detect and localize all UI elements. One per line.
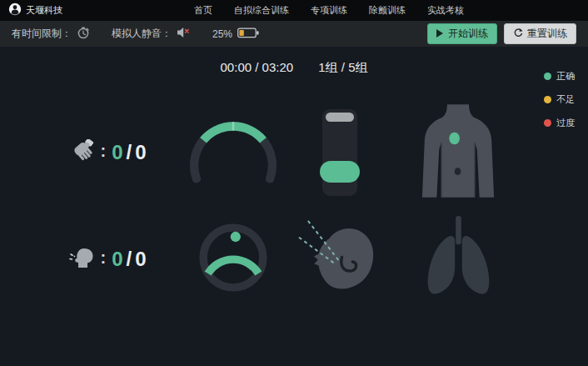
legend-item-correct: 正确 xyxy=(544,70,575,83)
battery-status: 25% xyxy=(212,27,259,42)
reset-training-button[interactable]: 重置训练 xyxy=(504,23,576,44)
brand-logo[interactable]: 天堰科技 xyxy=(8,3,62,19)
play-icon xyxy=(436,28,444,40)
nav-item-exam[interactable]: 实战考核 xyxy=(427,4,464,17)
session-timer: 00:00 / 03:20 xyxy=(221,60,294,74)
ventilation-current: 0 xyxy=(112,248,123,271)
depth-indicator-cap xyxy=(326,113,354,122)
time-limit-status: 有时间限制： xyxy=(12,26,90,43)
correct-label: 正确 xyxy=(556,70,575,83)
lungs-icon xyxy=(420,216,496,303)
insufficient-dot xyxy=(544,96,551,103)
compression-total: 0 xyxy=(135,141,147,164)
insufficient-label: 不足 xyxy=(556,93,575,106)
speaker-muted-icon[interactable] xyxy=(177,27,191,42)
ventilation-volume-ring-gauge xyxy=(190,216,277,303)
time-limit-label: 有时间限制： xyxy=(12,27,72,41)
correct-dot xyxy=(544,73,551,80)
head-tilt-airway-icon xyxy=(296,214,383,304)
clock-icon xyxy=(77,26,90,43)
breathing-face-icon xyxy=(69,247,94,273)
refresh-icon xyxy=(513,28,523,40)
compression-depth-bar-gauge xyxy=(322,109,357,196)
start-training-label: 开始训练 xyxy=(448,27,488,41)
manikin-mute-status: 模拟人静音： xyxy=(112,27,191,42)
top-navbar: 天堰科技 首页 自拟综合训练 专项训练 除颤训练 实战考核 xyxy=(0,0,588,21)
nav-item-home[interactable]: 首页 xyxy=(194,4,212,17)
battery-25-icon xyxy=(237,27,259,42)
mute-label: 模拟人静音： xyxy=(112,27,172,41)
excessive-label: 过度 xyxy=(556,117,575,129)
toolbar-actions: 开始训练 重置训练 xyxy=(427,23,576,44)
battery-percent: 25% xyxy=(212,28,232,40)
session-header: 00:00 / 03:20 1组 / 5组 xyxy=(0,60,588,76)
compression-colon: : xyxy=(100,142,106,161)
app-screen: 天堰科技 首页 自拟综合训练 专项训练 除颤训练 实战考核 有时间限制： 模拟人… xyxy=(0,0,588,366)
training-dashboard: 00:00 / 03:20 1组 / 5组 正确 不足 过度 xyxy=(0,47,588,366)
session-groups: 1组 / 5组 xyxy=(318,60,367,74)
nav-menu: 首页 自拟综合训练 专项训练 除颤训练 实战考核 xyxy=(194,4,464,17)
compression-current: 0 xyxy=(112,141,123,164)
ventilation-total: 0 xyxy=(135,248,147,271)
status-toolbar: 有时间限制： 模拟人静音： 25% xyxy=(0,21,588,47)
excessive-dot xyxy=(544,119,551,127)
logo-icon xyxy=(8,3,22,19)
depth-target-zone xyxy=(320,161,360,183)
ventilation-separator: / xyxy=(127,248,133,271)
reset-training-label: 重置训练 xyxy=(527,27,567,41)
compression-count-stat: : 0 / 0 xyxy=(69,139,147,166)
gloved-hand-icon xyxy=(69,139,94,166)
legend-item-excessive: 过度 xyxy=(544,117,575,129)
nav-item-defib-training[interactable]: 除颤训练 xyxy=(369,4,406,17)
legend-item-insufficient: 不足 xyxy=(544,93,575,106)
compression-separator: / xyxy=(127,141,133,164)
result-legend: 正确 不足 过度 xyxy=(544,70,575,129)
nav-item-special-training[interactable]: 专项训练 xyxy=(311,4,347,17)
ventilation-colon: : xyxy=(100,248,106,268)
torso-compression-point xyxy=(420,103,496,202)
ventilation-count-stat: : 0 / 0 xyxy=(69,247,147,273)
compression-rate-arc-gauge xyxy=(182,113,284,193)
nav-item-custom-training[interactable]: 自拟综合训练 xyxy=(234,4,289,17)
brand-name: 天堰科技 xyxy=(26,4,62,17)
start-training-button[interactable]: 开始训练 xyxy=(427,23,497,44)
gauge-grid: : 0 / 0 xyxy=(42,99,588,313)
